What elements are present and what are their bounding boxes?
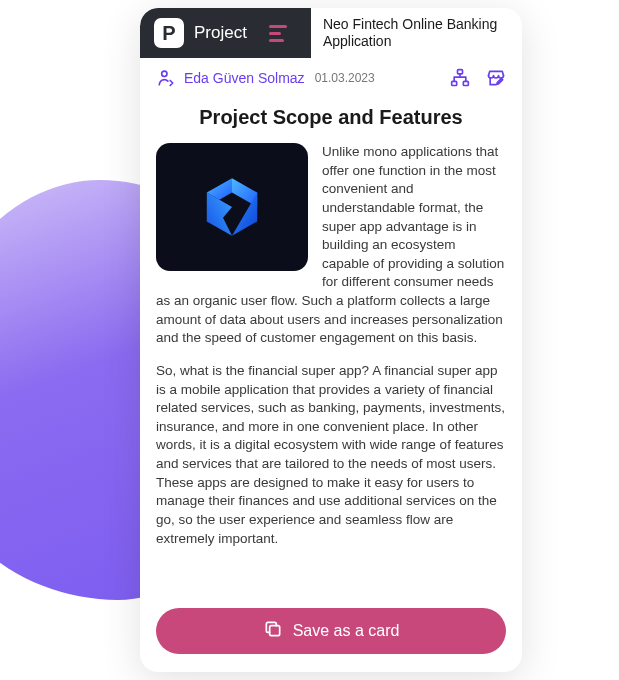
storefront-edit-icon[interactable]	[486, 68, 506, 88]
paragraph-2: So, what is the financial super app? A f…	[156, 362, 506, 548]
header-left: P Project	[140, 8, 311, 58]
date: 01.03.2023	[315, 71, 375, 85]
app-logo-icon: P	[154, 18, 184, 48]
menu-icon[interactable]	[269, 25, 297, 42]
svg-point-0	[162, 71, 167, 76]
project-card: P Project Neo Fintech Online Banking App…	[140, 8, 522, 672]
page-title: Project Scope and Features	[140, 94, 522, 143]
hierarchy-icon[interactable]	[450, 68, 470, 88]
app-label: Project	[194, 23, 247, 43]
project-title[interactable]: Neo Fintech Online Banking Application	[311, 8, 522, 58]
save-button-label: Save as a card	[293, 622, 400, 640]
copy-icon	[263, 619, 283, 643]
card-header: P Project Neo Fintech Online Banking App…	[140, 8, 522, 58]
svg-rect-4	[269, 626, 279, 636]
project-thumbnail	[156, 143, 308, 271]
author-name[interactable]: Eda Güven Solmaz	[184, 70, 305, 86]
person-icon	[156, 68, 176, 88]
content-area: Unlike mono applications that offer one …	[140, 143, 522, 592]
save-as-card-button[interactable]: Save as a card	[156, 608, 506, 654]
meta-row: Eda Güven Solmaz 01.03.2023	[140, 58, 522, 94]
